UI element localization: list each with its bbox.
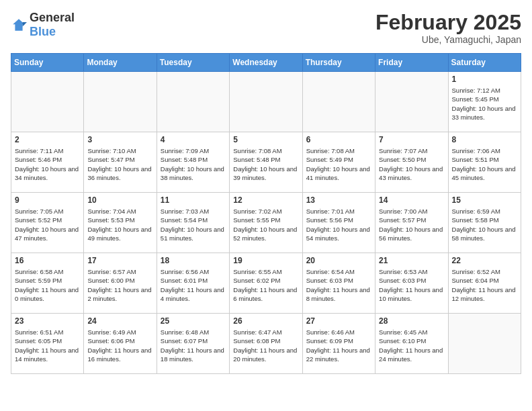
day-number: 15 xyxy=(452,195,517,205)
weekday-header-friday: Friday xyxy=(375,54,448,72)
day-number: 21 xyxy=(379,256,444,265)
weekday-header-tuesday: Tuesday xyxy=(157,54,229,72)
weekday-header-sunday: Sunday xyxy=(11,54,84,72)
weekday-header-row: SundayMondayTuesdayWednesdayThursdayFrid… xyxy=(11,54,521,72)
week-row-5: 23Sunrise: 6:51 AM Sunset: 6:05 PM Dayli… xyxy=(11,314,521,374)
day-info: Sunrise: 6:51 AM Sunset: 6:05 PM Dayligh… xyxy=(15,328,80,363)
day-number: 19 xyxy=(233,256,298,265)
day-number: 28 xyxy=(379,316,444,326)
day-number: 17 xyxy=(87,256,152,265)
day-number: 14 xyxy=(379,195,444,205)
day-info: Sunrise: 7:05 AM Sunset: 5:52 PM Dayligh… xyxy=(15,207,80,242)
day-info: Sunrise: 7:04 AM Sunset: 5:53 PM Dayligh… xyxy=(87,207,152,242)
day-info: Sunrise: 7:07 AM Sunset: 5:50 PM Dayligh… xyxy=(379,146,444,182)
weekday-header-monday: Monday xyxy=(84,54,157,72)
day-number: 25 xyxy=(161,316,226,326)
calendar-cell: 6Sunrise: 7:08 AM Sunset: 5:49 PM Daylig… xyxy=(302,132,375,193)
day-number: 4 xyxy=(161,135,226,144)
calendar-cell: 12Sunrise: 7:02 AM Sunset: 5:55 PM Dayli… xyxy=(230,193,302,253)
logo-text: General Blue xyxy=(30,11,75,39)
day-info: Sunrise: 6:52 AM Sunset: 6:04 PM Dayligh… xyxy=(452,267,517,303)
calendar-cell: 3Sunrise: 7:10 AM Sunset: 5:47 PM Daylig… xyxy=(84,132,157,193)
week-row-1: 1Sunrise: 7:12 AM Sunset: 5:45 PM Daylig… xyxy=(11,72,521,132)
day-info: Sunrise: 7:08 AM Sunset: 5:48 PM Dayligh… xyxy=(233,146,298,182)
calendar-cell: 25Sunrise: 6:48 AM Sunset: 6:07 PM Dayli… xyxy=(157,314,229,374)
calendar-cell: 23Sunrise: 6:51 AM Sunset: 6:05 PM Dayli… xyxy=(11,314,84,374)
day-info: Sunrise: 7:08 AM Sunset: 5:49 PM Dayligh… xyxy=(306,146,371,182)
day-number: 9 xyxy=(15,195,80,205)
day-info: Sunrise: 7:10 AM Sunset: 5:47 PM Dayligh… xyxy=(87,146,152,182)
week-row-3: 9Sunrise: 7:05 AM Sunset: 5:52 PM Daylig… xyxy=(11,193,521,253)
calendar-cell: 17Sunrise: 6:57 AM Sunset: 6:00 PM Dayli… xyxy=(84,253,157,314)
day-info: Sunrise: 7:03 AM Sunset: 5:54 PM Dayligh… xyxy=(161,207,226,242)
week-row-4: 16Sunrise: 6:58 AM Sunset: 5:59 PM Dayli… xyxy=(11,253,521,314)
day-number: 10 xyxy=(87,195,152,205)
location-subtitle: Ube, Yamaguchi, Japan xyxy=(375,34,521,45)
day-number: 8 xyxy=(452,135,517,144)
calendar-cell: 4Sunrise: 7:09 AM Sunset: 5:48 PM Daylig… xyxy=(157,132,229,193)
day-number: 1 xyxy=(452,75,517,84)
day-number: 16 xyxy=(15,256,80,265)
day-number: 26 xyxy=(233,316,298,326)
day-info: Sunrise: 7:12 AM Sunset: 5:45 PM Dayligh… xyxy=(452,86,517,122)
calendar-cell: 16Sunrise: 6:58 AM Sunset: 5:59 PM Dayli… xyxy=(11,253,84,314)
calendar-cell xyxy=(11,72,84,132)
day-info: Sunrise: 6:55 AM Sunset: 6:02 PM Dayligh… xyxy=(233,267,298,303)
calendar-cell: 28Sunrise: 6:45 AM Sunset: 6:10 PM Dayli… xyxy=(375,314,448,374)
day-info: Sunrise: 7:06 AM Sunset: 5:51 PM Dayligh… xyxy=(452,146,517,182)
calendar-cell: 21Sunrise: 6:53 AM Sunset: 6:03 PM Dayli… xyxy=(375,253,448,314)
calendar-cell: 15Sunrise: 6:59 AM Sunset: 5:58 PM Dayli… xyxy=(448,193,521,253)
day-number: 2 xyxy=(15,135,80,144)
calendar-cell: 14Sunrise: 7:00 AM Sunset: 5:57 PM Dayli… xyxy=(375,193,448,253)
calendar-cell: 10Sunrise: 7:04 AM Sunset: 5:53 PM Dayli… xyxy=(84,193,157,253)
day-info: Sunrise: 6:49 AM Sunset: 6:06 PM Dayligh… xyxy=(87,328,152,363)
month-title: February 2025 xyxy=(375,11,521,34)
logo: General Blue xyxy=(11,11,75,39)
calendar-cell: 13Sunrise: 7:01 AM Sunset: 5:56 PM Dayli… xyxy=(302,193,375,253)
calendar-cell: 22Sunrise: 6:52 AM Sunset: 6:04 PM Dayli… xyxy=(448,253,521,314)
calendar-cell: 24Sunrise: 6:49 AM Sunset: 6:06 PM Dayli… xyxy=(84,314,157,374)
day-info: Sunrise: 6:48 AM Sunset: 6:07 PM Dayligh… xyxy=(161,328,226,363)
day-number: 20 xyxy=(306,256,371,265)
calendar-cell: 7Sunrise: 7:07 AM Sunset: 5:50 PM Daylig… xyxy=(375,132,448,193)
day-info: Sunrise: 6:53 AM Sunset: 6:03 PM Dayligh… xyxy=(379,267,444,303)
svg-marker-1 xyxy=(23,22,27,26)
calendar-cell: 20Sunrise: 6:54 AM Sunset: 6:03 PM Dayli… xyxy=(302,253,375,314)
day-number: 11 xyxy=(161,195,226,205)
calendar-cell: 27Sunrise: 6:46 AM Sunset: 6:09 PM Dayli… xyxy=(302,314,375,374)
calendar-cell xyxy=(230,72,302,132)
day-info: Sunrise: 6:54 AM Sunset: 6:03 PM Dayligh… xyxy=(306,267,371,303)
week-row-2: 2Sunrise: 7:11 AM Sunset: 5:46 PM Daylig… xyxy=(11,132,521,193)
day-number: 24 xyxy=(87,316,152,326)
day-info: Sunrise: 7:11 AM Sunset: 5:46 PM Dayligh… xyxy=(15,146,80,182)
day-info: Sunrise: 6:46 AM Sunset: 6:09 PM Dayligh… xyxy=(306,328,371,363)
calendar-cell: 11Sunrise: 7:03 AM Sunset: 5:54 PM Dayli… xyxy=(157,193,229,253)
calendar-cell: 9Sunrise: 7:05 AM Sunset: 5:52 PM Daylig… xyxy=(11,193,84,253)
calendar-cell xyxy=(157,72,229,132)
day-info: Sunrise: 7:01 AM Sunset: 5:56 PM Dayligh… xyxy=(306,207,371,242)
calendar-cell xyxy=(302,72,375,132)
page-header: General Blue February 2025 Ube, Yamaguch… xyxy=(11,11,521,45)
calendar-cell xyxy=(375,72,448,132)
day-number: 18 xyxy=(161,256,226,265)
day-number: 27 xyxy=(306,316,371,326)
day-number: 5 xyxy=(233,135,298,144)
day-info: Sunrise: 6:56 AM Sunset: 6:01 PM Dayligh… xyxy=(161,267,226,303)
calendar-cell: 26Sunrise: 6:47 AM Sunset: 6:08 PM Dayli… xyxy=(230,314,302,374)
day-info: Sunrise: 6:57 AM Sunset: 6:00 PM Dayligh… xyxy=(87,267,152,303)
calendar-cell: 1Sunrise: 7:12 AM Sunset: 5:45 PM Daylig… xyxy=(448,72,521,132)
day-number: 13 xyxy=(306,195,371,205)
day-info: Sunrise: 7:00 AM Sunset: 5:57 PM Dayligh… xyxy=(379,207,444,242)
day-info: Sunrise: 6:58 AM Sunset: 5:59 PM Dayligh… xyxy=(15,267,80,303)
day-info: Sunrise: 7:02 AM Sunset: 5:55 PM Dayligh… xyxy=(233,207,298,242)
title-block: February 2025 Ube, Yamaguchi, Japan xyxy=(375,11,521,45)
calendar-cell: 2Sunrise: 7:11 AM Sunset: 5:46 PM Daylig… xyxy=(11,132,84,193)
calendar-cell: 19Sunrise: 6:55 AM Sunset: 6:02 PM Dayli… xyxy=(230,253,302,314)
calendar-cell: 5Sunrise: 7:08 AM Sunset: 5:48 PM Daylig… xyxy=(230,132,302,193)
weekday-header-thursday: Thursday xyxy=(302,54,375,72)
calendar-cell xyxy=(84,72,157,132)
day-info: Sunrise: 6:59 AM Sunset: 5:58 PM Dayligh… xyxy=(452,207,517,242)
day-number: 6 xyxy=(306,135,371,144)
day-number: 3 xyxy=(87,135,152,144)
day-number: 7 xyxy=(379,135,444,144)
